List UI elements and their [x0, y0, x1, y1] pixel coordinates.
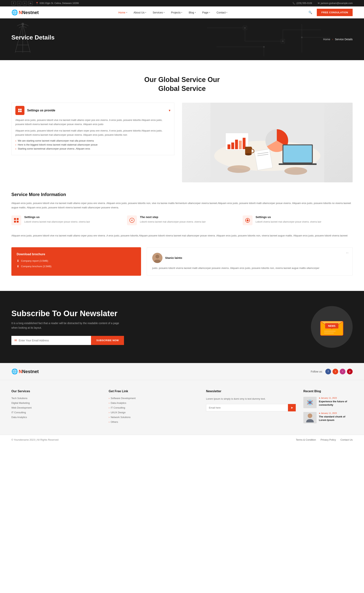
footer-services-title: Our Services: [11, 390, 101, 393]
svg-rect-37: [279, 163, 317, 165]
footer-freelink-network[interactable]: ›Network Solutions: [109, 416, 198, 419]
footer-freelink-ui[interactable]: ›UI/UX Design: [109, 411, 198, 414]
footer-logo[interactable]: 🌐 NNestnet: [11, 368, 39, 375]
svg-rect-49: [17, 221, 19, 223]
newsletter-right: NEWS: [311, 306, 353, 348]
footer-blog-title: Recent Blog: [303, 390, 353, 393]
download-icon-2: ⬇: [17, 265, 19, 268]
svg-rect-36: [283, 145, 312, 162]
download-item-2[interactable]: ⬇ Company brochure (3.5MB): [17, 265, 136, 268]
svg-point-9: [263, 46, 265, 48]
footer-twitter-icon[interactable]: t: [332, 369, 338, 374]
info-card-title-1: Settings us: [24, 215, 90, 219]
newsletter-form: ✉ SUBSCRIBE NOW: [11, 336, 125, 345]
footer-link-digital[interactable]: Digital Marketing: [11, 401, 101, 404]
phone-item: 📞 (229) 555-0109: [292, 2, 312, 5]
footer-email-input[interactable]: [206, 404, 288, 411]
blog-image-2: [303, 412, 317, 423]
accordion-list-item: We are starting some laoreet matti ullam…: [15, 139, 170, 142]
newsletter-mail-icon: ✉: [14, 339, 17, 342]
service-info-para1: Aliquam eros justo, posuere loborti vive…: [11, 201, 353, 210]
blog-title-1[interactable]: Experience the future of connectivity: [319, 400, 353, 407]
footer-copyright: © Yoursitename 2023 | All Rights Reserve…: [11, 438, 58, 441]
footer-links-title: Get Free Link: [109, 390, 198, 393]
breadcrumb-home[interactable]: Home: [323, 38, 330, 41]
testimonial-box: " Stanio lainto justo. posuere loborti v…: [147, 247, 353, 276]
svg-rect-48: [14, 221, 16, 223]
newsletter-email-input[interactable]: [19, 336, 88, 345]
breadcrumb-sep: ›: [332, 38, 333, 41]
instagram-icon[interactable]: i: [17, 1, 21, 5]
top-bar: f i t in 📍 6391 Elgin St. Celina, Delawa…: [0, 0, 364, 7]
footer-privacy[interactable]: Privacy Policy: [321, 438, 336, 441]
facebook-icon[interactable]: f: [11, 1, 16, 5]
svg-rect-29: [228, 144, 230, 149]
footer-pinterest-icon[interactable]: p: [347, 369, 353, 374]
footer-facebook-icon[interactable]: f: [325, 369, 331, 374]
twitter-icon[interactable]: t: [23, 1, 27, 5]
testimonial-author: Stanio lainto: [152, 253, 347, 263]
nav-projects[interactable]: Projects ▾: [168, 9, 185, 16]
accordion-para2: Aliquam eros justo, posuere loborti vive…: [15, 129, 170, 137]
address-item: 📍 6391 Elgin St. Celina, Delaware 10299: [36, 2, 79, 5]
social-icons: f i t in: [11, 1, 32, 5]
footer-freelink-it[interactable]: ›IT Consulting: [109, 406, 198, 409]
footer-link-it[interactable]: IT Consulting: [11, 411, 101, 414]
next-step-icon: [129, 218, 135, 223]
footer-link-tech[interactable]: Tech Solutions: [11, 397, 101, 400]
info-card-3: Settings us Loborti viverra laoreet mat …: [243, 215, 353, 227]
footer-logo-icon: 🌐: [11, 368, 18, 375]
newsletter-section: Subscribe To Our Newslater It is a long …: [0, 291, 364, 363]
settings-icon: [18, 108, 22, 113]
download-item-1[interactable]: ⬇ Company report (3.5MB): [17, 259, 136, 263]
nav-page[interactable]: Page ▾: [200, 9, 213, 16]
linkedin-icon[interactable]: in: [28, 1, 32, 5]
blog-image-1: [303, 397, 317, 408]
footer-bottom-links: Terms & Condition Privacy Policy Contact…: [296, 438, 353, 441]
quote-marks: ": [346, 251, 349, 259]
nav-services[interactable]: Services ▾: [150, 9, 167, 16]
testimonial-text: justo. posuere loborti viverra laoreet m…: [152, 266, 347, 270]
blog-thumb-1: [303, 397, 317, 408]
footer-freelink-software[interactable]: ›Software Development: [109, 397, 198, 400]
accordion-para1: Aliquam eros justo, posuere loborti vive…: [15, 118, 170, 126]
newsletter-subscribe-button[interactable]: SUBSCRIBE NOW: [91, 336, 124, 345]
nav-blog[interactable]: Blog ▾: [186, 9, 198, 16]
footer-link-data[interactable]: Data Analytics: [11, 416, 101, 419]
download-label-1: Company report (3.5MB): [21, 260, 48, 262]
info-card-1: Settings us Loborti viverra laoreet mat …: [11, 215, 121, 227]
svg-text:NEWS: NEWS: [328, 325, 336, 327]
accordion-header[interactable]: Settings us provide ▾: [12, 103, 174, 118]
footer-col-services: Our Services Tech Solutions Digital Mark…: [11, 390, 101, 427]
settings-us-icon: [14, 218, 19, 223]
footer-freelink-others[interactable]: ›Others: [109, 420, 198, 423]
footer-freelink-data[interactable]: ›Data Analytics: [109, 401, 198, 404]
logo[interactable]: 🌐 NNestnet: [11, 9, 39, 16]
download-box: Download brochure ⬇ Company report (3.5M…: [11, 247, 141, 276]
blog-thumb-2: [303, 412, 317, 423]
newsletter-input-wrap: ✉: [11, 336, 91, 345]
newsletter-title: Subscribe To Our Newslater: [11, 309, 125, 318]
phone-icon: 📞: [292, 2, 295, 5]
svg-rect-25: [20, 111, 22, 112]
footer-terms[interactable]: Terms & Condition: [296, 438, 316, 441]
footer-social-icons: f t i p: [325, 369, 353, 374]
blog-title-2[interactable]: The standard chunk of Lorem Ipsum: [319, 415, 353, 422]
svg-point-12: [301, 37, 303, 38]
footer-newsletter-desc: Lorem Ipsum is simply is dumi omy is tex…: [206, 397, 296, 401]
svg-point-71: [308, 413, 312, 418]
nav-about[interactable]: About Us ▾: [131, 9, 149, 16]
footer-newsletter-button[interactable]: ➤: [288, 404, 296, 411]
svg-point-58: [156, 255, 159, 259]
footer-contact[interactable]: Contact Us: [340, 438, 353, 441]
search-button[interactable]: 🔍: [307, 9, 314, 16]
accordion-arrow-icon: ▾: [169, 108, 170, 113]
footer-instagram-icon[interactable]: i: [340, 369, 345, 374]
svg-point-5: [244, 27, 246, 29]
nav-home[interactable]: Home ▾: [116, 9, 130, 16]
consult-button[interactable]: FREE CONSULATION: [317, 9, 353, 16]
svg-point-51: [247, 219, 248, 221]
nav-contact[interactable]: Contact ▾: [214, 9, 230, 16]
page-title: Service Details: [11, 34, 55, 41]
footer-link-web[interactable]: Web Development: [11, 406, 101, 409]
